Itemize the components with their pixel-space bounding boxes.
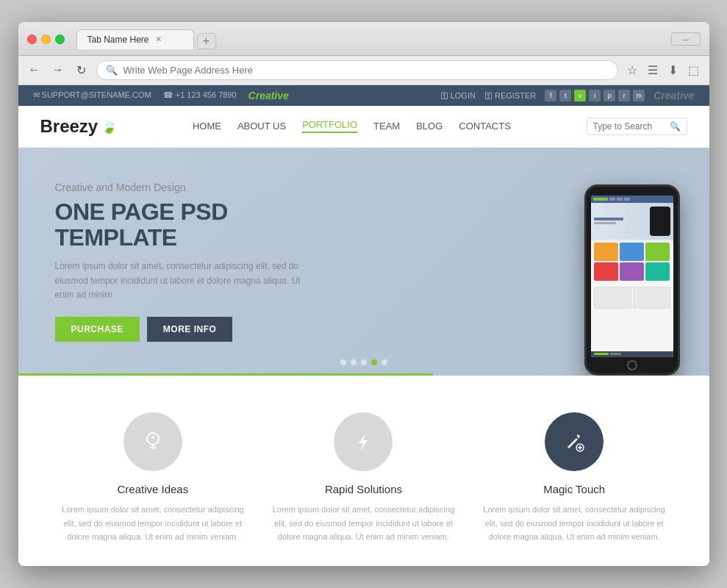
logo-leaf-icon: 🍃: [101, 118, 117, 135]
feature-desc-magic: Lorem ipsum dolor sit amet, consectetur …: [479, 503, 670, 544]
svg-point-3: [151, 436, 154, 439]
feature-magic-touch: Magic Touch Lorem ipsum dolor sit amet, …: [479, 412, 670, 544]
topbar-login[interactable]: ⚿ LOGIN: [440, 91, 476, 100]
topbar-creative-right: Creative: [653, 90, 694, 101]
tab-close-icon[interactable]: ✕: [155, 35, 162, 44]
nav-about[interactable]: ABOUT US: [237, 121, 286, 132]
feature-title-rapid: Rapid Solutions: [268, 483, 459, 495]
feature-icon-magic: [545, 412, 604, 471]
search-input[interactable]: [593, 121, 667, 132]
hero-buttons: PURCHASE MORE INFO: [55, 317, 327, 342]
phone-main: [584, 184, 680, 376]
twitter-icon[interactable]: t: [559, 90, 571, 101]
mail-icon[interactable]: m: [633, 90, 645, 101]
dot-3[interactable]: [361, 359, 367, 365]
phone-home-button: [627, 360, 637, 370]
feature-icon-rapid: [334, 412, 393, 471]
hero-section: Creative and Modern Design ONE PAGE PSD …: [18, 148, 709, 376]
browser-titlebar: Tab Name Here ✕ + —: [18, 22, 709, 56]
tab-label: Tab Name Here: [87, 35, 149, 45]
social-icons: f t v i p r m: [545, 90, 645, 101]
vine-icon[interactable]: v: [574, 90, 586, 101]
address-bar[interactable]: 🔍: [96, 60, 618, 80]
hero-title: ONE PAGE PSD TEMPLATE: [55, 199, 327, 251]
maximize-button[interactable]: [55, 35, 65, 44]
feature-desc-creative: Lorem ipsum dolor sit amet, consectetur …: [57, 503, 248, 544]
dot-1[interactable]: [340, 359, 346, 365]
feature-desc-rapid: Lorem ipsum dolor sit amet, consectetur …: [268, 503, 459, 544]
dot-4-active[interactable]: [371, 359, 377, 365]
search-icon: 🔍: [670, 121, 681, 132]
close-button[interactable]: [27, 35, 37, 44]
hero-subtitle: Creative and Modern Design: [55, 182, 327, 193]
feature-title-creative: Creative Ideas: [57, 483, 248, 495]
nav-portfolio[interactable]: PORTFOLIO: [302, 119, 357, 133]
features-section: Creative Ideas Lorem ipsum dolor sit ame…: [18, 376, 709, 566]
back-button[interactable]: ←: [26, 61, 43, 79]
window-minimize-icon[interactable]: —: [671, 32, 701, 46]
search-icon: 🔍: [106, 65, 118, 76]
browser-window: Tab Name Here ✕ + — ← → ↻ 🔍 ☆ ☰ ⬇ ⬚: [18, 22, 709, 566]
dot-5[interactable]: [382, 359, 387, 365]
browser-controls-row: ← → ↻ 🔍 ☆ ☰ ⬇ ⬚: [18, 56, 709, 85]
new-tab-button[interactable]: +: [197, 33, 216, 49]
topbar-register[interactable]: ⚿ REGISTER: [484, 91, 536, 100]
topbar-creative-left: Creative: [248, 90, 289, 101]
more-info-button[interactable]: MORE INFO: [147, 317, 233, 342]
topbar-left: ✉ SUPPORT@SITENAME.COM ☎ +1 123 456 7890…: [33, 90, 289, 101]
phone-screen: [591, 196, 673, 357]
dot-2[interactable]: [351, 359, 357, 365]
address-input[interactable]: [123, 65, 609, 76]
feature-rapid-solutions: Rapid Solutions Lorem ipsum dolor sit am…: [268, 412, 459, 544]
rss-icon[interactable]: r: [618, 90, 630, 101]
hero-content: Creative and Modern Design ONE PAGE PSD …: [18, 159, 364, 364]
nav-team[interactable]: TEAM: [373, 121, 400, 132]
active-tab[interactable]: Tab Name Here ✕: [76, 29, 194, 49]
menu-icon[interactable]: ☰: [645, 62, 661, 78]
feature-title-magic: Magic Touch: [479, 483, 670, 495]
pinterest-icon[interactable]: p: [604, 90, 615, 101]
topbar-right: ⚿ LOGIN ⚿ REGISTER f t v i p r m Creativ…: [440, 90, 695, 101]
nav-blog[interactable]: BLOG: [416, 121, 443, 132]
purchase-button[interactable]: PURCHASE: [55, 317, 140, 342]
bookmark-icon[interactable]: ☆: [624, 62, 640, 78]
phone-screen-content: [591, 196, 673, 357]
browser-icons: ☆ ☰ ⬇ ⬚: [624, 62, 702, 78]
svg-line-4: [568, 439, 577, 448]
instagram-icon[interactable]: i: [589, 90, 601, 101]
logo[interactable]: Breezy 🍃: [40, 116, 118, 137]
nav-home[interactable]: HOME: [193, 121, 221, 132]
nav-contacts[interactable]: CONTACTS: [459, 121, 511, 132]
download-icon[interactable]: ⬇: [665, 62, 681, 78]
topbar-email: ✉ SUPPORT@SITENAME.COM: [33, 90, 151, 100]
hero-description: Lorem ipsum dolor sit amet, consectetur …: [55, 259, 305, 302]
logo-text: Breezy: [40, 116, 99, 137]
nav-links: HOME ABOUT US PORTFOLIO TEAM BLOG CONTAC…: [193, 119, 511, 133]
nav-search[interactable]: 🔍: [587, 118, 687, 135]
window-controls: [27, 35, 65, 44]
feature-icon-creative: [123, 412, 182, 471]
main-nav: Breezy 🍃 HOME ABOUT US PORTFOLIO TEAM BL…: [18, 106, 709, 148]
tab-bar: Tab Name Here ✕ +: [76, 29, 216, 49]
feature-creative-ideas: Creative Ideas Lorem ipsum dolor sit ame…: [57, 412, 248, 544]
refresh-button[interactable]: ↻: [73, 61, 90, 79]
forward-button[interactable]: →: [49, 61, 67, 79]
hero-pagination-dots: [340, 359, 387, 365]
website-content: ✉ SUPPORT@SITENAME.COM ☎ +1 123 456 7890…: [18, 85, 709, 566]
topbar-phone: ☎ +1 123 456 7890: [163, 90, 237, 100]
hero-phones: [584, 184, 680, 376]
minimize-button[interactable]: [41, 35, 51, 44]
fullscreen-icon[interactable]: ⬚: [686, 62, 702, 78]
website-topbar: ✉ SUPPORT@SITENAME.COM ☎ +1 123 456 7890…: [18, 85, 709, 106]
facebook-icon[interactable]: f: [545, 90, 556, 101]
